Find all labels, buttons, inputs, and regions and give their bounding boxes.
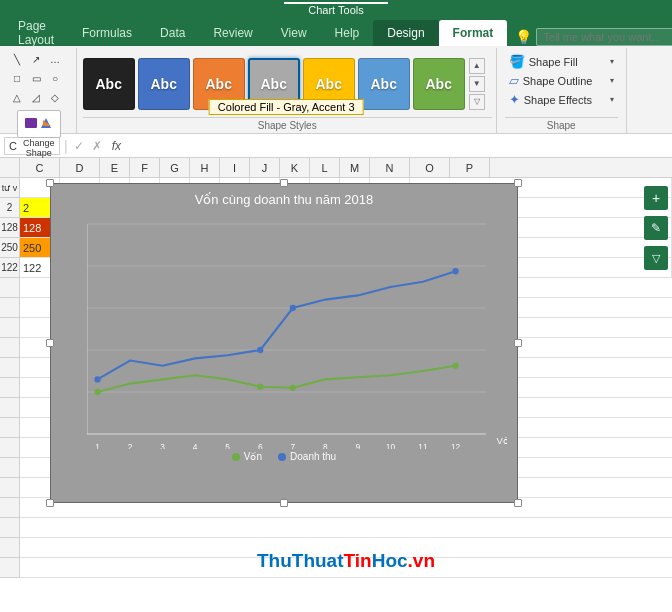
formula-cancel[interactable]: ✗ <box>90 139 104 153</box>
scroll-more-arrow[interactable]: ▽ <box>469 94 485 110</box>
circle-icon[interactable]: ○ <box>46 69 64 87</box>
svg-point-28 <box>94 389 100 395</box>
arrow-icon[interactable]: ↗ <box>27 50 45 68</box>
shape-section-label: Shape <box>505 117 618 133</box>
shape-styles-label: Shape Styles <box>83 117 492 133</box>
svg-point-30 <box>290 385 296 391</box>
tab-format[interactable]: Format <box>439 20 508 46</box>
row-header-12[interactable] <box>0 398 19 418</box>
tab-review[interactable]: Review <box>199 20 266 46</box>
tab-view[interactable]: View <box>267 20 321 46</box>
row-header-4[interactable]: 250 <box>0 238 19 258</box>
chart-styles-btn[interactable]: ✎ <box>644 216 668 240</box>
chart-elements-btn[interactable]: + <box>644 186 668 210</box>
svg-point-33 <box>257 347 263 353</box>
tab-formulas[interactable]: Formulas <box>68 20 146 46</box>
formula-check[interactable]: ✓ <box>72 139 86 153</box>
shape-effects-row[interactable]: ✦ Shape Effects ▾ <box>505 90 618 109</box>
svg-point-31 <box>452 363 458 369</box>
col-header-p[interactable]: P <box>450 158 490 177</box>
svg-text:1: 1 <box>95 442 100 449</box>
chart-container[interactable]: Vốn cùng doanh thu năm 2018 100 <box>50 183 518 503</box>
chart-legend: Vốn Doanh thu <box>51 449 517 466</box>
tab-help[interactable]: Help <box>321 20 374 46</box>
shape-fill-icon: 🪣 <box>509 54 525 69</box>
row-header-8[interactable] <box>0 318 19 338</box>
row-header-17[interactable] <box>0 498 19 518</box>
shape-style-6[interactable]: Abc <box>413 58 465 110</box>
change-shape-button[interactable]: ChangeShape <box>8 110 70 159</box>
shape-outline-row[interactable]: ▱ Shape Outline ▾ <box>505 71 618 90</box>
svg-point-32 <box>94 376 100 382</box>
row-header-1[interactable]: tư v <box>0 178 19 198</box>
more-icon[interactable]: … <box>46 50 64 68</box>
row-header-6[interactable] <box>0 278 19 298</box>
triangle-icon[interactable]: △ <box>8 88 26 106</box>
svg-rect-0 <box>25 118 37 128</box>
row-header-2[interactable]: 2 <box>0 198 19 218</box>
row-header-10[interactable] <box>0 358 19 378</box>
col-header-c[interactable]: C <box>20 158 60 177</box>
formula-input[interactable] <box>129 140 668 152</box>
svg-text:10: 10 <box>386 442 396 449</box>
legend-von: Vốn <box>232 451 262 462</box>
row-header-5[interactable]: 122 <box>0 258 19 278</box>
shape-effects-icon: ✦ <box>509 92 520 107</box>
col-header-d[interactable]: D <box>60 158 100 177</box>
row-header-13[interactable] <box>0 418 19 438</box>
svg-text:8: 8 <box>323 442 328 449</box>
col-header-g[interactable]: G <box>160 158 190 177</box>
svg-text:12: 12 <box>451 442 461 449</box>
tab-design[interactable]: Design <box>373 20 438 46</box>
chart-title: Vốn cùng doanh thu năm 2018 <box>51 184 517 209</box>
svg-text:2: 2 <box>128 442 133 449</box>
col-header-h[interactable]: H <box>190 158 220 177</box>
shape-style-1[interactable]: Abc <box>138 58 190 110</box>
row-header-11[interactable] <box>0 378 19 398</box>
col-header-f[interactable]: F <box>130 158 160 177</box>
col-header-j[interactable]: J <box>250 158 280 177</box>
svg-point-29 <box>257 384 263 390</box>
svg-point-34 <box>290 305 296 311</box>
scroll-down-arrow[interactable]: ▼ <box>469 76 485 92</box>
tell-me-input[interactable] <box>536 28 672 46</box>
row-header-16[interactable] <box>0 478 19 498</box>
tab-data[interactable]: Data <box>146 20 199 46</box>
row-header-14[interactable] <box>0 438 19 458</box>
line-icon[interactable]: ╲ <box>8 50 26 68</box>
row-header-18[interactable] <box>0 518 19 538</box>
row-header-9[interactable] <box>0 338 19 358</box>
row-header-7[interactable] <box>0 298 19 318</box>
shape-fill-row[interactable]: 🪣 Shape Fill ▾ <box>505 52 618 71</box>
col-header-o[interactable]: O <box>410 158 450 177</box>
col-header-k[interactable]: K <box>280 158 310 177</box>
col-header-i[interactable]: I <box>220 158 250 177</box>
diamond-icon[interactable]: ◇ <box>46 88 64 106</box>
svg-text:Vốn: Vốn <box>497 436 508 447</box>
watermark: ThuThuatTinHoc.vn <box>257 550 435 572</box>
col-header-e[interactable]: E <box>100 158 130 177</box>
row-header-3[interactable]: 128 <box>0 218 19 238</box>
rounded-rect-icon[interactable]: ▭ <box>27 69 45 87</box>
shape-style-5[interactable]: Abc <box>358 58 410 110</box>
tab-page-layout[interactable]: Page Layout <box>4 20 68 46</box>
shapes-grid: ╲ ↗ … □ ▭ ○ △ ◿ ◇ <box>8 50 70 106</box>
chart-tools-title: Chart Tools <box>284 2 387 16</box>
col-header-m[interactable]: M <box>340 158 370 177</box>
rect-icon[interactable]: □ <box>8 69 26 87</box>
shape-style-0[interactable]: Abc <box>83 58 135 110</box>
col-header-n[interactable]: N <box>370 158 410 177</box>
shape-outline-icon: ▱ <box>509 73 519 88</box>
row-header-19[interactable] <box>0 538 19 558</box>
scroll-up-arrow[interactable]: ▲ <box>469 58 485 74</box>
svg-point-35 <box>452 268 458 274</box>
col-header-l[interactable]: L <box>310 158 340 177</box>
chart-filters-btn[interactable]: ▽ <box>644 246 668 270</box>
right-triangle-icon[interactable]: ◿ <box>27 88 45 106</box>
row-header-20[interactable] <box>0 558 19 578</box>
row-header-15[interactable] <box>0 458 19 478</box>
svg-text:4: 4 <box>193 442 198 449</box>
table-row <box>20 518 672 538</box>
shape-style-tooltip: Colored Fill - Gray, Accent 3 <box>209 99 364 115</box>
grid: 2 128 <box>20 178 672 578</box>
